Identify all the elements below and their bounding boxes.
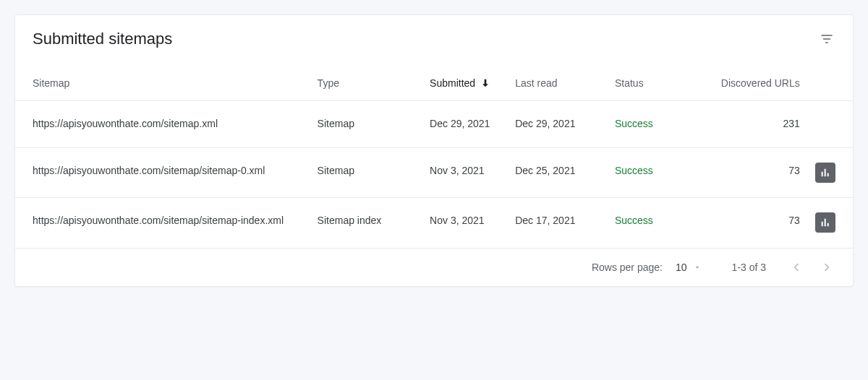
table-row[interactable]: https://apisyouwonthate.com/sitemap/site… <box>15 148 853 198</box>
filter-button[interactable] <box>818 30 835 48</box>
table-row[interactable]: https://apisyouwonthate.com/sitemap/site… <box>15 198 853 248</box>
chevron-right-icon <box>819 259 835 275</box>
cell-submitted: Dec 29, 2021 <box>430 116 515 131</box>
status-badge: Success <box>615 118 653 129</box>
table-row[interactable]: https://apisyouwonthate.com/sitemap.xml … <box>15 101 853 148</box>
cell-last-read: Dec 25, 2021 <box>515 163 615 178</box>
chart-button[interactable] <box>815 163 835 183</box>
chevron-left-icon <box>788 259 804 275</box>
header-submitted-label: Submitted <box>430 77 475 89</box>
header-sitemap[interactable]: Sitemap <box>33 77 318 89</box>
cell-type: Sitemap index <box>318 212 430 228</box>
bar-chart-icon <box>820 167 831 178</box>
chart-button[interactable] <box>815 212 835 233</box>
rows-per-page: Rows per page: 10 <box>592 262 702 273</box>
header-type[interactable]: Type <box>318 77 430 89</box>
cell-submitted: Nov 3, 2021 <box>430 163 515 178</box>
prev-page-button[interactable] <box>788 259 805 276</box>
table-footer: Rows per page: 10 1-3 of 3 <box>15 249 853 286</box>
page-range: 1-3 of 3 <box>732 262 766 273</box>
cell-discovered: 231 <box>707 116 800 131</box>
status-badge: Success <box>615 215 653 226</box>
cell-sitemap-url: https://apisyouwonthate.com/sitemap/site… <box>33 163 300 180</box>
header-submitted[interactable]: Submitted <box>430 77 515 89</box>
cell-discovered: 73 <box>707 163 800 178</box>
cell-last-read: Dec 29, 2021 <box>515 116 615 131</box>
rows-per-page-value: 10 <box>676 262 687 273</box>
cell-discovered: 73 <box>707 212 800 228</box>
cell-submitted: Nov 3, 2021 <box>430 212 515 228</box>
filter-icon <box>820 32 834 46</box>
status-badge: Success <box>615 165 653 176</box>
card-header: Submitted sitemaps <box>15 15 853 57</box>
cell-sitemap-url: https://apisyouwonthate.com/sitemap.xml <box>33 116 300 133</box>
dropdown-icon <box>693 263 702 272</box>
bar-chart-icon <box>820 217 831 228</box>
cell-type: Sitemap <box>318 163 430 178</box>
table-header-row: Sitemap Type Submitted Last read Status … <box>15 57 853 101</box>
header-discovered[interactable]: Discovered URLs <box>707 77 800 89</box>
cell-sitemap-url: https://apisyouwonthate.com/sitemap/site… <box>33 212 300 230</box>
cell-last-read: Dec 17, 2021 <box>515 212 615 228</box>
rows-per-page-label: Rows per page: <box>592 262 663 273</box>
header-status[interactable]: Status <box>615 77 707 89</box>
sort-desc-icon <box>480 77 491 89</box>
next-page-button[interactable] <box>818 259 835 276</box>
header-last-read[interactable]: Last read <box>515 77 615 89</box>
rows-per-page-select[interactable]: 10 <box>676 262 702 273</box>
submitted-sitemaps-card: Submitted sitemaps Sitemap Type Submitte… <box>14 14 854 287</box>
card-title: Submitted sitemaps <box>33 30 172 48</box>
cell-type: Sitemap <box>318 116 430 131</box>
